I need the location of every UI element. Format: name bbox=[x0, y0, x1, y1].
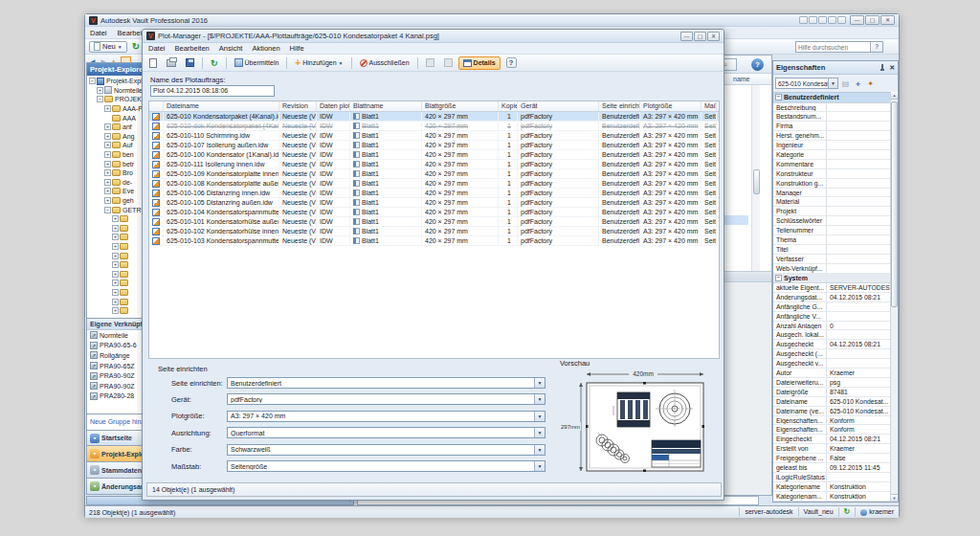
collapse-icon[interactable]: − bbox=[89, 78, 96, 84]
property-row[interactable]: Kategorienam...Konstruktion bbox=[773, 492, 890, 502]
tree-node[interactable]: +ben bbox=[87, 150, 145, 160]
grid-view-icon[interactable]: ▤ bbox=[840, 78, 851, 89]
add-group-link[interactable]: Neue Gruppe hinzufügen bbox=[86, 414, 145, 430]
property-row[interactable]: Ingenieur bbox=[773, 141, 890, 150]
expand-icon[interactable]: + bbox=[112, 225, 119, 232]
expand-icon[interactable]: + bbox=[112, 243, 119, 250]
dropdown-farbe-[interactable]: Schwarzweiß▼ bbox=[227, 444, 546, 456]
property-row[interactable]: Herst. genehm... bbox=[773, 131, 890, 141]
maximize-button[interactable]: ▢ bbox=[865, 15, 880, 25]
tree-node[interactable]: + bbox=[87, 297, 145, 306]
expand-icon[interactable]: + bbox=[112, 289, 119, 296]
main-titlebar[interactable]: Autodesk Vault Professional 2016 — ▢ ✕ bbox=[85, 14, 899, 27]
property-row[interactable]: Kategorie bbox=[773, 150, 890, 160]
column-header[interactable]: Maßstab bbox=[702, 101, 717, 111]
property-row[interactable]: Thema bbox=[773, 235, 890, 245]
property-row[interactable]: aktuelle Eigent...SERVER-AUTODES... bbox=[773, 283, 890, 293]
new-button[interactable]: Neu ▼ bbox=[89, 41, 127, 53]
file-list-scrollbar[interactable] bbox=[751, 85, 760, 271]
expand-icon[interactable]: + bbox=[104, 123, 111, 130]
expand-icon[interactable]: + bbox=[112, 279, 119, 286]
property-row[interactable]: geleast bis09.12.2015 11:45 bbox=[773, 463, 890, 473]
table-row[interactable]: 625-010-103 Kondensatorspannmutter.i...N… bbox=[149, 236, 719, 246]
maximize-button[interactable]: ▢ bbox=[694, 32, 706, 41]
tree-node[interactable]: +Normteile bbox=[87, 86, 145, 96]
menu-datei[interactable]: Datei bbox=[90, 29, 107, 37]
table-row[interactable]: 625-010-106 Distanzring innen.idwNeueste… bbox=[149, 189, 719, 198]
tree-node[interactable]: + bbox=[87, 242, 145, 252]
tree-node[interactable]: +de- bbox=[87, 178, 145, 188]
tree-node[interactable]: +betr bbox=[87, 159, 145, 168]
collapse-icon[interactable]: − bbox=[775, 94, 782, 100]
expand-icon[interactable]: + bbox=[104, 142, 111, 148]
dialog-titlebar[interactable]: Plot-Manager - [$/PROJEKTE/AAA-Plottauft… bbox=[143, 30, 724, 43]
quick-tool-button[interactable] bbox=[837, 16, 846, 24]
tree-node[interactable]: +Bro bbox=[87, 168, 145, 178]
quick-tool-button[interactable] bbox=[818, 16, 827, 24]
tree-node[interactable]: +Eve bbox=[87, 187, 145, 196]
nav-button--nderungsauftr-ge[interactable]: ▪Änderungsaufträge bbox=[86, 479, 145, 495]
property-row[interactable]: Eigenschaften...Konform bbox=[773, 416, 890, 426]
property-row[interactable]: Verfasser bbox=[773, 255, 890, 264]
dialog-menu-hilfe[interactable]: Hilfe bbox=[290, 44, 304, 53]
expand-icon[interactable]: + bbox=[104, 161, 111, 168]
scroll-down-icon[interactable]: ▼ bbox=[891, 494, 898, 502]
scroll-up-icon[interactable]: ▲ bbox=[891, 92, 898, 100]
close-button[interactable]: ✕ bbox=[880, 15, 895, 25]
expand-icon[interactable]: + bbox=[104, 105, 111, 112]
tree-node[interactable]: +AAA-Plottaufträge bbox=[87, 104, 145, 114]
scrollbar-thumb[interactable] bbox=[753, 169, 760, 194]
column-header[interactable]: Blattname bbox=[350, 101, 422, 111]
dialog-menu-bearbeiten[interactable]: Bearbeiten bbox=[175, 44, 210, 53]
property-row[interactable]: Eigenschaften...Konform bbox=[773, 425, 890, 435]
tree-node[interactable]: +Auf bbox=[87, 141, 145, 150]
property-row[interactable]: Beschreibung bbox=[773, 103, 890, 113]
property-row[interactable]: Konstruktion g... bbox=[773, 179, 890, 189]
property-row[interactable]: Anzahl Anlagen0 bbox=[773, 322, 890, 331]
tree-node[interactable]: −Projekt-Explorer bbox=[87, 77, 145, 86]
property-row[interactable]: Kommentare bbox=[773, 160, 890, 169]
refresh-button[interactable]: ↻ bbox=[207, 56, 222, 70]
column-header[interactable]: Gerät bbox=[518, 101, 599, 111]
property-section-header[interactable]: −System bbox=[773, 274, 890, 284]
table-row[interactable]: 625-010-110 Schirmring.idwNeueste (V...I… bbox=[149, 131, 719, 141]
property-row[interactable]: Konstrukteur bbox=[773, 169, 890, 179]
tree-node[interactable]: −GETR bbox=[87, 205, 145, 214]
property-row[interactable]: Freigegebene ...False bbox=[773, 454, 890, 463]
table-row[interactable]: 625-010-105 Distanzring außen.idwNeueste… bbox=[149, 198, 719, 208]
property-row[interactable]: AutorKraemer bbox=[773, 368, 890, 378]
property-row[interactable]: Projekt bbox=[773, 207, 890, 216]
table-row[interactable]: 625-010-102 Kondensatorhülse innen.idwNe… bbox=[149, 227, 719, 236]
property-row[interactable]: Titel bbox=[773, 245, 890, 255]
nav-button-stammdaten[interactable]: ▪Stammdaten bbox=[86, 462, 145, 479]
table-row[interactable]: 625-010-100 Kondensator (1Kanal).idwNeue… bbox=[149, 150, 719, 160]
help-search-input[interactable] bbox=[796, 44, 870, 51]
dropdown-maßstab-[interactable]: Seitengröße▼ bbox=[227, 460, 546, 472]
property-row[interactable]: Material bbox=[773, 197, 890, 207]
dialog-menu-ansicht[interactable]: Ansicht bbox=[219, 44, 243, 53]
tree-node[interactable]: + bbox=[87, 224, 145, 234]
property-row[interactable]: Ausgecheckt (... bbox=[773, 349, 890, 359]
property-row[interactable]: Schlüsselwörter bbox=[773, 216, 890, 226]
tree-node[interactable]: + bbox=[87, 214, 145, 224]
tree-node[interactable]: + bbox=[87, 306, 145, 316]
tree-node[interactable]: AAA bbox=[87, 113, 145, 123]
expand-icon[interactable]: + bbox=[104, 169, 111, 176]
tree-node[interactable]: +Ang bbox=[87, 132, 145, 142]
table-row[interactable]: 625-010-dok-Kondensatorpaket (4Kanal...N… bbox=[149, 122, 719, 131]
table-row[interactable]: 625-010-109 Kondensatorplatte innen.i...… bbox=[149, 169, 719, 179]
expand-icon[interactable]: + bbox=[104, 133, 111, 140]
tree-node[interactable]: + bbox=[87, 288, 145, 298]
job-name-input[interactable]: Plot 04.12.2015 08:18:06 bbox=[150, 85, 275, 97]
print-button[interactable] bbox=[163, 56, 180, 70]
expand-icon[interactable]: + bbox=[112, 271, 119, 278]
property-row[interactable]: Ausgecheckt04.12.2015 08:21 bbox=[773, 340, 890, 349]
property-row[interactable]: Dateiname625-010 Kondesat... bbox=[773, 397, 890, 407]
expand-icon[interactable]: + bbox=[112, 307, 119, 314]
tree-node[interactable]: + bbox=[87, 260, 145, 270]
expand-icon[interactable]: + bbox=[112, 299, 119, 305]
shortcut-item[interactable]: PRA90-65-6 bbox=[87, 341, 145, 351]
property-row[interactable]: iLogicRuleStatus bbox=[773, 473, 890, 482]
close-panel-icon[interactable]: ✕ bbox=[889, 64, 895, 72]
property-row[interactable]: Erstellt vonKraemer bbox=[773, 444, 890, 454]
